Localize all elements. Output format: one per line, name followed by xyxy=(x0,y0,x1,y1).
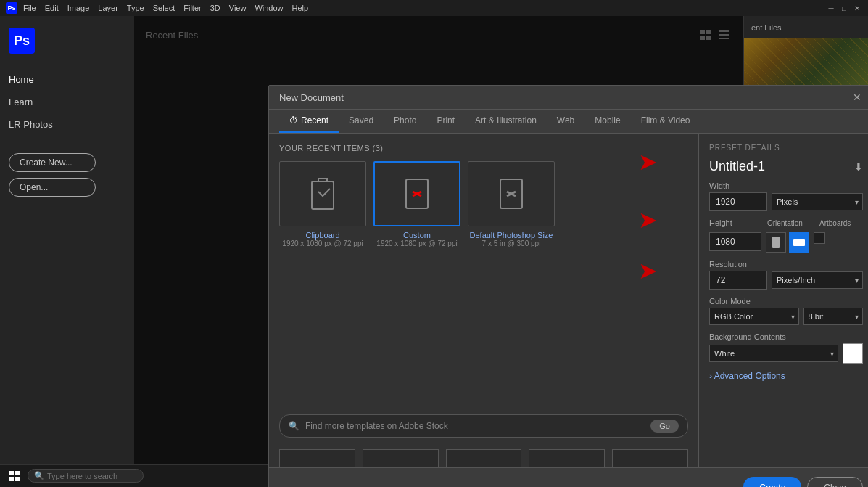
taskbar-search-icon: 🔍 xyxy=(34,471,44,480)
bg-contents-select-wrapper: White xyxy=(709,345,838,362)
bottom-templates xyxy=(279,449,688,467)
open-button[interactable]: Open... xyxy=(9,178,96,197)
title-bar-menus: File Edit Image Layer Type Select Filter… xyxy=(23,4,308,12)
preset-name-row: Untitled-1 ⬇ xyxy=(709,159,863,174)
template-size-default: 7 x 5 in @ 300 ppi xyxy=(482,240,541,247)
portrait-button[interactable] xyxy=(766,232,786,253)
title-bar: Ps File Edit Image Layer Type Select Fil… xyxy=(0,0,868,16)
color-depth-select[interactable]: 8 bit xyxy=(803,308,863,325)
taskbar-left: 🔍 xyxy=(6,467,144,485)
template-name-default: Default Photoshop Size xyxy=(470,231,553,240)
bg-contents-select[interactable]: White xyxy=(709,345,838,362)
advanced-options-toggle[interactable]: Advanced Options xyxy=(709,371,863,381)
color-mode-row: RGB Color 8 bit xyxy=(709,308,863,325)
resolution-row: Pixels/Inch xyxy=(709,271,863,290)
bg-color-swatch[interactable] xyxy=(843,343,863,364)
sidebar-item-home[interactable]: Home xyxy=(9,71,125,88)
download-icon[interactable]: ⬇ xyxy=(854,161,863,173)
color-depth-select-wrapper: 8 bit xyxy=(803,308,863,325)
taskbar-search[interactable]: 🔍 xyxy=(28,469,144,483)
go-button[interactable]: Go xyxy=(650,420,679,433)
template-size-clipboard: 1920 x 1080 px @ 72 ppi xyxy=(282,240,363,247)
create-new-button[interactable]: Create New... xyxy=(9,153,96,172)
create-button[interactable]: Create xyxy=(743,477,801,487)
height-field-group: Height Orientation Artboards xyxy=(709,218,863,253)
resolution-field-group: Resolution Pixels/Inch xyxy=(709,260,863,290)
sidebar-item-lr-photos[interactable]: LR Photos xyxy=(9,116,125,133)
width-label: Width xyxy=(709,181,863,190)
dialog-title-bar: New Document ✕ xyxy=(269,86,868,110)
menu-edit[interactable]: Edit xyxy=(45,4,59,12)
template-name-custom: Custom xyxy=(403,231,431,240)
template-thumb-custom xyxy=(373,161,460,226)
maximize-button[interactable]: □ xyxy=(839,3,849,13)
sidebar-item-learn[interactable]: Learn xyxy=(9,94,125,110)
menu-help[interactable]: Help xyxy=(292,4,309,12)
bottom-template-4[interactable] xyxy=(529,449,605,467)
dialog-tabs: ⏱ Recent Saved Photo Print Art & Illustr… xyxy=(269,110,868,134)
menu-type[interactable]: Type xyxy=(127,4,144,12)
new-document-dialog: New Document ✕ ⏱ Recent Saved Photo Prin… xyxy=(268,85,868,487)
recent-file-thumb-1 xyxy=(744,38,868,89)
template-item-custom[interactable]: Custom 1920 x 1080 px @ 72 ppi xyxy=(373,161,460,247)
dialog-close-button[interactable]: ✕ xyxy=(851,91,863,103)
tab-art-illustration[interactable]: Art & Illustration xyxy=(465,110,547,133)
tab-print[interactable]: Print xyxy=(426,110,465,133)
artboards-checkbox[interactable] xyxy=(814,232,825,244)
svg-rect-15 xyxy=(793,239,805,246)
orientation-buttons xyxy=(766,232,809,253)
close-dialog-button[interactable]: Close xyxy=(807,477,863,487)
landscape-button[interactable] xyxy=(789,232,809,253)
height-labels-row: Height Orientation Artboards xyxy=(709,218,863,229)
resolution-label: Resolution xyxy=(709,260,863,269)
right-sidebar-title: ent Files xyxy=(744,23,868,38)
template-search-bar: 🔍 Go xyxy=(279,414,688,438)
search-icon: 🔍 xyxy=(289,421,299,431)
color-mode-select[interactable]: RGB Color xyxy=(709,308,799,325)
taskbar-search-input[interactable] xyxy=(47,472,141,480)
template-item-clipboard[interactable]: Clipboard 1920 x 1080 px @ 72 ppi xyxy=(279,161,366,247)
svg-rect-14 xyxy=(772,237,780,248)
dialog-title: New Document xyxy=(279,92,344,103)
recent-items-grid: Clipboard 1920 x 1080 px @ 72 ppi xyxy=(279,161,688,247)
bg-contents-field-group: Background Contents White xyxy=(709,332,863,364)
width-input[interactable] xyxy=(709,192,767,211)
arrow-1: ➤ xyxy=(638,150,658,173)
bg-contents-label: Background Contents xyxy=(709,332,863,341)
menu-filter[interactable]: Filter xyxy=(183,4,201,12)
tab-web[interactable]: Web xyxy=(547,110,584,133)
height-label: Height xyxy=(709,218,761,227)
resolution-unit-select[interactable]: Pixels/Inch xyxy=(772,271,863,289)
bottom-template-3[interactable] xyxy=(446,449,522,467)
template-thumb-clipboard xyxy=(279,161,366,226)
resolution-input[interactable] xyxy=(709,271,767,290)
tab-film-video[interactable]: Film & Video xyxy=(631,110,700,133)
menu-window[interactable]: Window xyxy=(255,4,283,12)
tab-saved[interactable]: Saved xyxy=(339,110,384,133)
dialog-footer: Create Close xyxy=(269,467,868,487)
tab-recent[interactable]: ⏱ Recent xyxy=(279,110,339,133)
color-mode-select-wrapper: RGB Color xyxy=(709,308,799,325)
preset-name: Untitled-1 xyxy=(709,159,765,174)
menu-3d[interactable]: 3D xyxy=(210,4,220,12)
tab-mobile[interactable]: Mobile xyxy=(584,110,630,133)
tab-photo[interactable]: Photo xyxy=(384,110,426,133)
width-unit-select[interactable]: Pixels xyxy=(772,193,863,210)
windows-logo xyxy=(9,471,20,481)
bottom-template-5[interactable] xyxy=(612,449,688,467)
menu-layer[interactable]: Layer xyxy=(98,4,118,12)
menu-image[interactable]: Image xyxy=(67,4,90,12)
template-search-input[interactable] xyxy=(305,421,645,431)
arrow-2: ➤ xyxy=(638,208,658,232)
minimize-button[interactable]: ─ xyxy=(826,3,836,13)
bottom-template-1[interactable] xyxy=(279,449,355,467)
height-input[interactable] xyxy=(709,232,761,251)
template-item-default[interactable]: Default Photoshop Size 7 x 5 in @ 300 pp… xyxy=(468,161,555,247)
menu-view[interactable]: View xyxy=(229,4,247,12)
menu-select[interactable]: Select xyxy=(153,4,175,12)
color-mode-field-group: Color Mode RGB Color 8 bit xyxy=(709,297,863,325)
close-button[interactable]: ✕ xyxy=(852,3,862,13)
start-button[interactable] xyxy=(6,467,23,485)
menu-file[interactable]: File xyxy=(23,4,36,12)
bottom-template-2[interactable] xyxy=(363,449,439,467)
